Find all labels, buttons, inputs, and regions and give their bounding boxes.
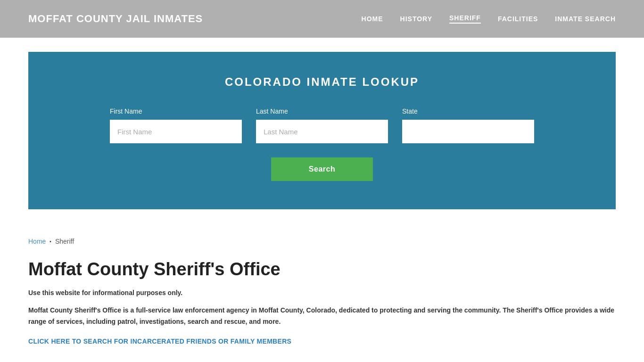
state-label: State: [402, 107, 534, 115]
nav-facilities[interactable]: FACILITIES: [498, 15, 538, 23]
search-button[interactable]: Search: [271, 157, 373, 181]
first-name-input[interactable]: [110, 120, 242, 143]
main-nav: HOME HISTORY SHERIFF FACILITIES INMATE S…: [362, 14, 616, 24]
state-input[interactable]: Colorado: [402, 120, 534, 143]
nav-home[interactable]: HOME: [362, 15, 383, 23]
last-name-label: Last Name: [256, 107, 388, 115]
nav-inmate-search[interactable]: INMATE SEARCH: [555, 15, 616, 23]
last-name-group: Last Name: [256, 107, 388, 143]
intro-bold: Use this website for informational purpo…: [28, 289, 616, 296]
first-name-label: First Name: [110, 107, 242, 115]
description-text: Moffat County Sheriff's Office is a full…: [28, 305, 616, 328]
page-heading: Moffat County Sheriff's Office: [28, 259, 616, 280]
content-area: Moffat County Sheriff's Office Use this …: [0, 250, 644, 362]
search-title: COLORADO INMATE LOOKUP: [57, 75, 587, 89]
site-header: MOFFAT COUNTY JAIL INMATES HOME HISTORY …: [0, 0, 644, 38]
breadcrumb-home[interactable]: Home: [28, 238, 46, 245]
search-button-row: Search: [57, 157, 587, 181]
nav-sheriff[interactable]: SHERIFF: [449, 14, 481, 24]
breadcrumb: Home • Sheriff: [0, 223, 644, 250]
breadcrumb-current: Sheriff: [55, 238, 74, 245]
site-title: MOFFAT COUNTY JAIL INMATES: [28, 13, 203, 25]
state-group: State Colorado: [402, 107, 534, 143]
search-fields: First Name Last Name State Colorado: [57, 107, 587, 143]
search-section: COLORADO INMATE LOOKUP First Name Last N…: [28, 52, 616, 209]
nav-history[interactable]: HISTORY: [400, 15, 432, 23]
last-name-input[interactable]: [256, 120, 388, 143]
first-name-group: First Name: [110, 107, 242, 143]
cta-link[interactable]: CLICK HERE to Search for Incarcerated Fr…: [28, 337, 291, 345]
breadcrumb-separator: •: [50, 239, 51, 244]
